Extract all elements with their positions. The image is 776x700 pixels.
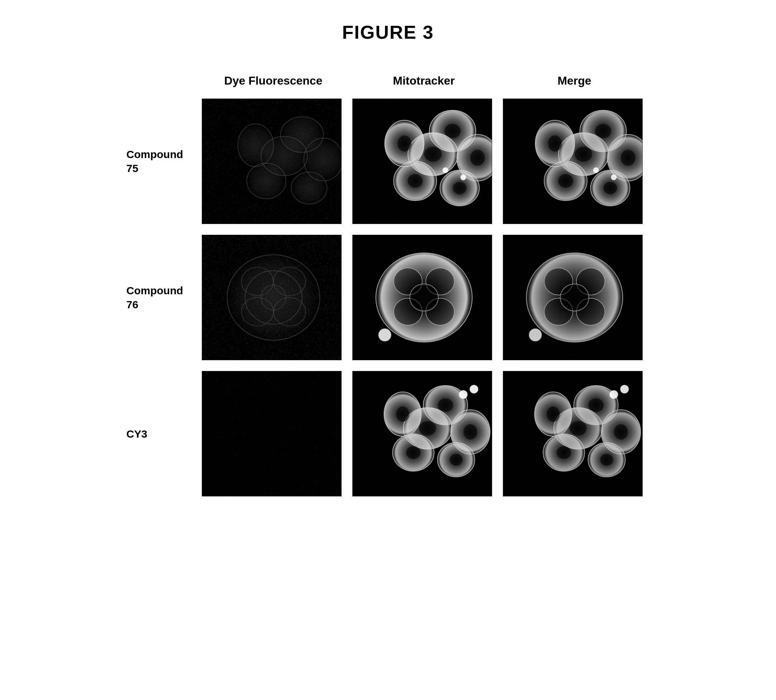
page-container: FIGURE 3 Dye Fluorescence Mitotracker Me… bbox=[66, 22, 711, 502]
canvas-dye-cy3 bbox=[202, 371, 341, 496]
canvas-merge-compound75 bbox=[503, 99, 642, 224]
col-header-dye: Dye Fluorescence bbox=[198, 74, 349, 91]
canvas-mito-compound75 bbox=[353, 99, 492, 224]
image-merge-cy3 bbox=[503, 371, 643, 497]
image-mito-cy3 bbox=[352, 371, 492, 497]
row-label-compound75: Compound 75 bbox=[127, 147, 198, 175]
canvas-mito-compound76 bbox=[353, 235, 492, 360]
figure-grid: Dye Fluorescence Mitotracker Merge Compo… bbox=[127, 72, 650, 502]
canvas-mito-cy3 bbox=[353, 371, 492, 496]
image-mito-compound75 bbox=[352, 98, 492, 224]
canvas-merge-compound76 bbox=[503, 235, 642, 360]
canvas-dye-compound76 bbox=[202, 235, 341, 360]
image-mito-compound76 bbox=[352, 235, 492, 360]
image-dye-compound75 bbox=[202, 98, 341, 224]
image-merge-compound76 bbox=[503, 235, 643, 360]
canvas-dye-compound75 bbox=[202, 99, 341, 224]
row-label-compound76: Compound 76 bbox=[127, 283, 198, 312]
image-dye-compound76 bbox=[202, 235, 341, 360]
col-header-merge: Merge bbox=[499, 74, 650, 91]
row-label-cy3: CY3 bbox=[127, 427, 198, 441]
figure-title: FIGURE 3 bbox=[342, 22, 434, 43]
image-merge-compound75 bbox=[503, 98, 643, 224]
image-dye-cy3 bbox=[202, 371, 341, 497]
col-header-mito: Mitotracker bbox=[349, 74, 499, 91]
canvas-merge-cy3 bbox=[503, 371, 642, 496]
